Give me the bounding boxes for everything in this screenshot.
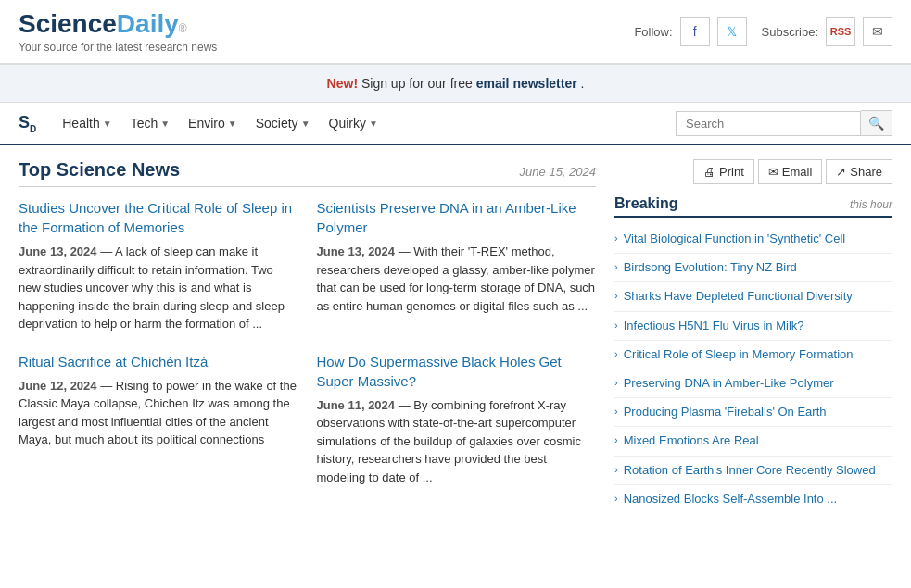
print-button[interactable]: 🖨 Print <box>693 159 754 184</box>
sidebar-actions: 🖨 Print ✉ Email ↗ Share <box>614 159 892 184</box>
nav-quirky[interactable]: Quirky ▼ <box>322 112 386 134</box>
breaking-link-7[interactable]: Producing Plasma 'Fireballs' On Earth <box>624 404 827 420</box>
nav-society-arrow: ▼ <box>301 119 310 129</box>
nav-logo-d: D <box>30 123 36 133</box>
breaking-item-7: › Producing Plasma 'Fireballs' On Earth <box>614 398 892 427</box>
breaking-item-5: › Critical Role of Sleep in Memory Forma… <box>614 341 892 369</box>
breaking-link-6[interactable]: Preserving DNA in Amber-Like Polymer <box>624 375 834 392</box>
search-button[interactable]: 🔍 <box>861 110 892 136</box>
sidebar: 🖨 Print ✉ Email ↗ Share Breaking this ho… <box>614 159 892 513</box>
nav-health[interactable]: Health ▼ <box>55 112 119 134</box>
chevron-right-icon-5: › <box>614 348 618 359</box>
email-icon: ✉ <box>768 165 778 179</box>
section-date: June 15, 2024 <box>520 165 596 179</box>
new-label: New! <box>327 76 358 91</box>
nav-society-label: Society <box>256 116 298 131</box>
article-4-title[interactable]: How Do Supermassive Black Holes Get Supe… <box>317 352 597 391</box>
breaking-item-8: › Mixed Emotions Are Real <box>614 427 892 456</box>
article-3-excerpt: June 12, 2024 — Rising to power in the w… <box>19 377 298 449</box>
articles-section: Top Science News June 15, 2024 Studies U… <box>19 159 596 513</box>
site-tagline: Your source for the latest research news <box>19 41 217 54</box>
breaking-link-2[interactable]: Birdsong Evolution: Tiny NZ Bird <box>624 259 797 276</box>
nav-enviro[interactable]: Enviro ▼ <box>181 112 245 134</box>
breaking-item-1: › Vital Biological Function in 'Syntheti… <box>614 225 892 254</box>
article-1-title[interactable]: Studies Uncover the Critical Role of Sle… <box>19 198 298 237</box>
article-2-excerpt: June 13, 2024 — With their 'T-REX' metho… <box>317 243 597 315</box>
article-3-date: June 12, 2024 <box>19 379 97 393</box>
article-2-date: June 13, 2024 <box>317 244 396 258</box>
logo-reg: ® <box>179 22 187 35</box>
breaking-section: Breaking this hour › Vital Biological Fu… <box>614 195 892 513</box>
article-3: Ritual Sacrifice at Chichén Itzá June 12… <box>19 352 298 487</box>
breaking-title: Breaking <box>614 195 677 212</box>
chevron-right-icon-3: › <box>614 290 618 301</box>
article-4-date: June 11, 2024 <box>317 398 396 412</box>
breaking-item-4: › Infectious H5N1 Flu Virus in Milk? <box>614 312 892 341</box>
share-button[interactable]: ↗ Share <box>826 159 892 184</box>
search-input[interactable] <box>676 111 861 136</box>
facebook-button[interactable]: f <box>680 17 710 46</box>
logo-area: ScienceDaily® Your source for the latest… <box>19 9 217 54</box>
nav-quirky-label: Quirky <box>329 116 366 131</box>
nav-items: Health ▼ Tech ▼ Enviro ▼ Society ▼ Quirk… <box>55 112 676 134</box>
newsletter-period: . <box>581 76 585 91</box>
article-1: Studies Uncover the Critical Role of Sle… <box>19 198 298 333</box>
nav-society[interactable]: Society ▼ <box>248 112 318 134</box>
breaking-link-1[interactable]: Vital Biological Function in 'Synthetic'… <box>624 231 846 247</box>
breaking-link-9[interactable]: Rotation of Earth's Inner Core Recently … <box>624 462 876 479</box>
chevron-right-icon-1: › <box>614 232 618 244</box>
nav-tech-label: Tech <box>131 116 158 131</box>
nav-tech[interactable]: Tech ▼ <box>123 112 177 134</box>
newsletter-link[interactable]: email newsletter <box>476 76 577 91</box>
breaking-list: › Vital Biological Function in 'Syntheti… <box>614 225 892 513</box>
header-actions: Follow: f 𝕏 Subscribe: RSS ✉ <box>634 17 892 46</box>
share-label: Share <box>850 165 882 179</box>
breaking-link-10[interactable]: Nanosized Blocks Self-Assemble Into ... <box>624 491 838 507</box>
breaking-link-4[interactable]: Infectious H5N1 Flu Virus in Milk? <box>624 318 804 334</box>
article-2: Scientists Preserve DNA in an Amber-Like… <box>317 198 597 333</box>
nav-health-arrow: ▼ <box>103 119 112 129</box>
nav-logo-s: S <box>19 113 30 131</box>
breaking-item-2: › Birdsong Evolution: Tiny NZ Bird <box>614 254 892 282</box>
site-header: ScienceDaily® Your source for the latest… <box>0 0 911 64</box>
chevron-right-icon-9: › <box>614 464 618 475</box>
follow-label: Follow: <box>634 25 672 39</box>
section-header: Top Science News June 15, 2024 <box>19 159 596 187</box>
site-logo: ScienceDaily® <box>19 9 217 39</box>
rss-button[interactable]: RSS <box>826 17 855 46</box>
subscribe-label: Subscribe: <box>762 25 818 39</box>
breaking-item-9: › Rotation of Earth's Inner Core Recentl… <box>614 457 892 485</box>
breaking-link-5[interactable]: Critical Role of Sleep in Memory Formati… <box>624 346 854 363</box>
article-2-title[interactable]: Scientists Preserve DNA in an Amber-Like… <box>317 198 597 237</box>
nav-enviro-label: Enviro <box>188 116 225 131</box>
breaking-time: this hour <box>850 198 892 211</box>
article-1-date: June 13, 2024 <box>19 244 97 258</box>
nav-tech-arrow: ▼ <box>160 119 170 129</box>
breaking-link-8[interactable]: Mixed Emotions Are Real <box>624 432 759 449</box>
twitter-button[interactable]: 𝕏 <box>717 17 747 46</box>
breaking-item-3: › Sharks Have Depleted Functional Divers… <box>614 282 892 311</box>
article-3-title[interactable]: Ritual Sacrifice at Chichén Itzá <box>19 352 298 371</box>
breaking-item-6: › Preserving DNA in Amber-Like Polymer <box>614 369 892 398</box>
chevron-right-icon-7: › <box>614 406 618 417</box>
nav-quirky-arrow: ▼ <box>369 119 378 129</box>
chevron-right-icon-4: › <box>614 319 618 331</box>
logo-science-text: Science <box>19 9 117 39</box>
breaking-item-10: › Nanosized Blocks Self-Assemble Into ..… <box>614 485 892 513</box>
newsletter-text: Sign up for our free <box>361 76 476 91</box>
article-4: How Do Supermassive Black Holes Get Supe… <box>317 352 597 487</box>
printer-icon: 🖨 <box>703 165 715 179</box>
section-title: Top Science News <box>19 159 180 181</box>
newsletter-banner: New! Sign up for our free email newslett… <box>0 64 911 103</box>
chevron-right-icon-6: › <box>614 377 618 388</box>
article-4-excerpt: June 11, 2024 — By combining forefront X… <box>317 396 597 487</box>
logo-daily-text: Daily <box>117 9 179 39</box>
main-content: Top Science News June 15, 2024 Studies U… <box>0 145 911 527</box>
chevron-right-icon-2: › <box>614 261 618 272</box>
email-subscribe-button[interactable]: ✉ <box>863 17 892 46</box>
breaking-link-3[interactable]: Sharks Have Depleted Functional Diversit… <box>624 288 853 305</box>
share-icon: ↗ <box>836 165 846 179</box>
email-button[interactable]: ✉ Email <box>758 159 823 184</box>
chevron-right-icon-8: › <box>614 434 618 445</box>
breaking-header: Breaking this hour <box>614 195 892 218</box>
